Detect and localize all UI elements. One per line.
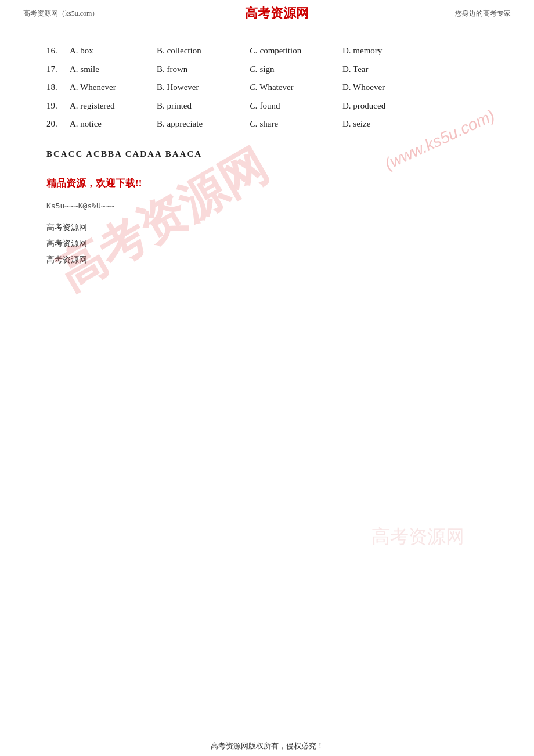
option-b: B. collection [157, 44, 250, 59]
option-d: D. Whoever [342, 80, 412, 95]
question-options: A. notice B. appreciate C. share D. seiz… [70, 117, 499, 132]
header-center: 高考资源网 [245, 5, 309, 22]
option-d: D. produced [342, 99, 412, 114]
question-options: A. smile B. frown C. sign D. Tear [70, 62, 499, 77]
option-a: A. smile [70, 62, 157, 77]
code-text: Ks5u~~~K@s%U~~~ [46, 201, 499, 210]
option-b: B. appreciate [157, 117, 250, 132]
questions-section: 16. A. box B. collection C. competition … [46, 44, 499, 132]
table-row: 19. A. registered B. printed C. found D.… [46, 99, 499, 114]
download-section: 精品资源，欢迎下载!! Ks5u~~~K@s%U~~~ 高考资源网 高考资源网 … [46, 177, 499, 268]
question-number: 20. [46, 117, 70, 132]
question-number: 19. [46, 99, 70, 114]
option-a: A. notice [70, 117, 157, 132]
option-b: B. printed [157, 99, 250, 114]
site-label-1: 高考资源网 [46, 219, 499, 236]
option-d: D. memory [342, 44, 412, 59]
answer-groups: BCACC ACBBA CADAA BAACA [46, 149, 202, 159]
question-options: A. Whenever B. However C. Whatever D. Wh… [70, 80, 499, 95]
site-label-3: 高考资源网 [46, 252, 499, 268]
download-text: 精品资源，欢迎下载!! [46, 177, 499, 190]
question-number: 18. [46, 80, 70, 95]
question-options: A. registered B. printed C. found D. pro… [70, 99, 499, 114]
site-labels: 高考资源网 高考资源网 高考资源网 [46, 219, 499, 268]
watermark-faint: 高考资源网 [371, 524, 464, 550]
site-label-2: 高考资源网 [46, 236, 499, 252]
main-content: 16. A. box B. collection C. competition … [0, 26, 534, 736]
option-a: A. box [70, 44, 157, 59]
option-b: B. frown [157, 62, 250, 77]
table-row: 18. A. Whenever B. However C. Whatever D… [46, 80, 499, 95]
answer-key: BCACC ACBBA CADAA BAACA [46, 149, 499, 159]
header: 高考资源网（ks5u.com） 高考资源网 您身边的高考专家 [0, 0, 534, 26]
table-row: 16. A. box B. collection C. competition … [46, 44, 499, 59]
option-b: B. However [157, 80, 250, 95]
option-a: A. registered [70, 99, 157, 114]
footer-text: 高考资源网版权所有，侵权必究！ [211, 741, 324, 750]
table-row: 17. A. smile B. frown C. sign D. Tear [46, 62, 499, 77]
table-row: 20. A. notice B. appreciate C. share D. … [46, 117, 499, 132]
footer: 高考资源网版权所有，侵权必究！ [0, 736, 534, 756]
option-c: C. found [250, 99, 342, 114]
option-a: A. Whenever [70, 80, 157, 95]
option-d: D. seize [342, 117, 412, 132]
option-c: C. Whatever [250, 80, 342, 95]
header-right: 您身边的高考专家 [455, 9, 511, 19]
question-number: 17. [46, 62, 70, 77]
header-left: 高考资源网（ks5u.com） [23, 9, 99, 19]
question-number: 16. [46, 44, 70, 59]
option-c: C. sign [250, 62, 342, 77]
option-c: C. competition [250, 44, 342, 59]
page: 高考资源网（ks5u.com） 高考资源网 您身边的高考专家 16. A. bo… [0, 0, 534, 756]
option-c: C. share [250, 117, 342, 132]
question-options: A. box B. collection C. competition D. m… [70, 44, 499, 59]
option-d: D. Tear [342, 62, 412, 77]
